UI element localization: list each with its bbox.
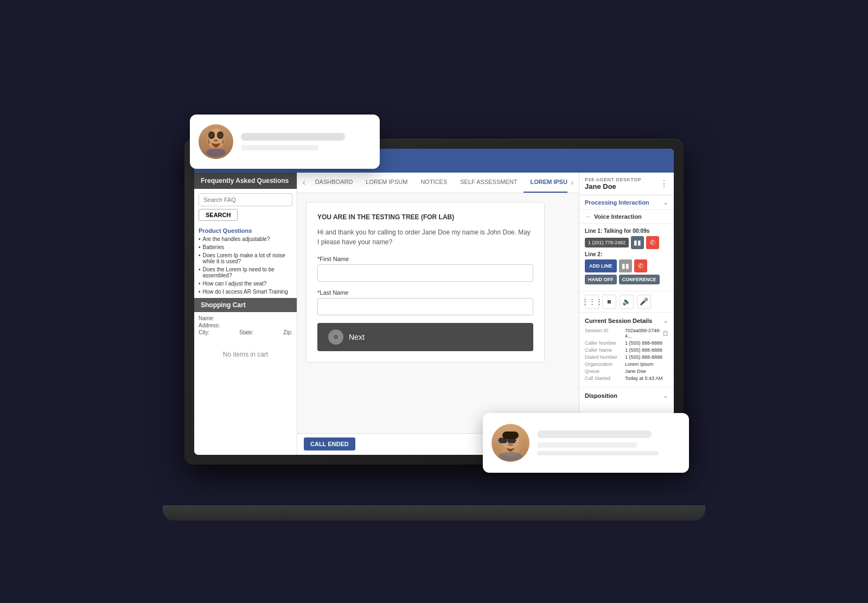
tab-self-assessment[interactable]: SELF ASSESSMENT xyxy=(454,173,524,193)
phone-number: 1 (201) 778-2482 xyxy=(585,238,629,247)
first-name-input[interactable] xyxy=(317,264,533,282)
faq-item[interactable]: How do I access AR Smart Training xyxy=(199,288,292,296)
add-line-button[interactable]: ADD LINE xyxy=(585,259,617,272)
caller-number-key: Caller Number xyxy=(585,340,623,346)
dialed-number-val: 1 (555) 888-8888 xyxy=(625,354,662,360)
faq-search-button[interactable]: SEARCH xyxy=(199,209,238,221)
next-button[interactable]: Next xyxy=(317,323,533,351)
handoff-button[interactable]: HAND OFF xyxy=(585,275,617,284)
pause-button[interactable]: ▮▮ xyxy=(631,236,644,249)
session-id-val: 702aa089-2748-4... 📋 xyxy=(625,328,668,339)
cart-name-label: Name: xyxy=(199,315,214,321)
tab-lorem2[interactable]: LOREM IPSUM xyxy=(524,173,567,193)
disposition-chevron-icon[interactable]: ⌄ xyxy=(663,392,668,399)
svg-point-4 xyxy=(209,132,214,138)
voice-label: Voice Interaction xyxy=(594,213,642,220)
cart-empty: No items in cart xyxy=(194,340,297,369)
icon-controls: ⋮⋮⋮ ■ 🔈 🎤 xyxy=(579,291,674,313)
dialed-number-row: Dialed Number 1 (555) 888-8888 xyxy=(585,354,668,360)
dialpad-icon[interactable]: ⋮⋮⋮ xyxy=(585,295,599,309)
main-content: Frequently Asked Questions SEARCH Produc… xyxy=(194,173,674,455)
mic-icon[interactable]: 🎤 xyxy=(637,295,651,309)
faq-category: Product Questions xyxy=(194,225,297,235)
copy-icon[interactable]: 📋 xyxy=(662,331,668,336)
processing-label: Processing Interaction xyxy=(585,199,649,206)
handoff-conference-controls: HAND OFF CONFERENCE xyxy=(585,275,668,284)
faq-item[interactable]: Batteries xyxy=(199,243,292,251)
faq-item[interactable]: Are the handles adjustable? xyxy=(199,235,292,243)
right-panel-app-name: P28 AGENT DESKTOP xyxy=(585,177,641,182)
next-arrow-icon xyxy=(332,333,340,341)
sidebar: Frequently Asked Questions SEARCH Produc… xyxy=(194,173,297,455)
cart-state-label: State: xyxy=(239,329,253,335)
ivr-content: YOU ARE IN THE TESTING TREE (FOR LAB) Hi… xyxy=(297,193,579,433)
faq-search-area: SEARCH xyxy=(194,189,297,225)
conference-button[interactable]: CONFERENCE xyxy=(619,275,660,284)
tab-dashboard[interactable]: DASHBOARD xyxy=(309,173,360,193)
tab-bar: ‹ DASHBOARD LOREM IPSUM NOTICES SELF ASS… xyxy=(297,173,579,193)
floating-card-top xyxy=(190,115,380,169)
faq-item[interactable]: Does the Lorem Ip need to be assembled? xyxy=(199,265,292,280)
right-panel: P28 AGENT DESKTOP Jane Doe ⋮ Processing … xyxy=(579,173,674,455)
call-ended-button[interactable]: CALL ENDED xyxy=(304,437,355,450)
svg-point-5 xyxy=(218,132,222,138)
card-line-1 xyxy=(241,133,345,141)
volume-icon[interactable]: 🔈 xyxy=(620,295,634,309)
dots-menu[interactable]: ⋮ xyxy=(660,179,668,189)
faq-item[interactable]: Does Lorem Ip make a lot of noise while … xyxy=(199,251,292,265)
cart-form: Name: Address: City: State: Zip: xyxy=(194,312,297,340)
pause2-button[interactable]: ▮▮ xyxy=(619,259,632,272)
laptop-screen: ☰ P28 Agent Desktop Frequently Asked Que… xyxy=(194,149,674,455)
queue-row: Queue Jane Doe xyxy=(585,369,668,374)
caller-name-key: Caller Name xyxy=(585,347,623,353)
avatar-2 xyxy=(492,424,529,462)
tab-right-arrow[interactable]: › xyxy=(567,178,577,187)
ivr-card: YOU ARE IN THE TESTING TREE (FOR LAB) Hi… xyxy=(306,202,545,363)
ivr-greeting: Hi and thank you for calling to order Ja… xyxy=(317,227,533,247)
center-panel: ‹ DASHBOARD LOREM IPSUM NOTICES SELF ASS… xyxy=(297,173,579,455)
next-label: Next xyxy=(349,333,365,341)
cart-address-label: Address: xyxy=(199,322,220,328)
queue-val: Jane Doe xyxy=(625,369,646,374)
stop-icon[interactable]: ■ xyxy=(602,295,616,309)
queue-key: Queue xyxy=(585,369,623,374)
tab-notices[interactable]: NOTICES xyxy=(414,173,454,193)
next-icon xyxy=(328,329,343,345)
tab-lorem1[interactable]: LOREM IPSUM xyxy=(359,173,414,193)
chevron-down-icon[interactable]: ⌄ xyxy=(663,199,668,206)
laptop-base xyxy=(163,505,705,521)
svg-point-19 xyxy=(499,452,522,461)
avatar-1 xyxy=(199,124,233,159)
last-name-input[interactable] xyxy=(317,298,533,315)
organization-val: Lorem Ipsum xyxy=(625,361,654,367)
svg-rect-18 xyxy=(502,431,519,439)
session-chevron-icon[interactable]: ⌄ xyxy=(663,317,668,325)
right-panel-header-row: P28 AGENT DESKTOP Jane Doe ⋮ xyxy=(585,177,668,191)
session-title: Current Session Details xyxy=(585,318,652,324)
disposition-label: Disposition xyxy=(585,392,617,399)
dialed-number-key: Dialed Number xyxy=(585,354,623,360)
faq-item[interactable]: How can I adjust the seat? xyxy=(199,280,292,288)
call-started-key: Call Started xyxy=(585,376,623,381)
caller-number-row: Caller Number 1 (555) 888-8888 xyxy=(585,340,668,346)
cart-zip-label: Zip: xyxy=(283,329,292,335)
faq-search-input[interactable] xyxy=(199,193,292,206)
tab-bar-nav: DASHBOARD LOREM IPSUM NOTICES SELF ASSES… xyxy=(309,173,568,193)
floating-card-bottom xyxy=(483,413,689,473)
main-ui: ☰ P28 Agent Desktop Frequently Asked Que… xyxy=(194,149,674,455)
tab-left-arrow[interactable]: ‹ xyxy=(299,178,309,187)
card-line-2 xyxy=(241,145,319,150)
call-started-row: Call Started Today at 5:43 AM xyxy=(585,376,668,381)
faq-items: Are the handles adjustable? Batteries Do… xyxy=(194,235,297,296)
session-title-row: Current Session Details ⌄ xyxy=(585,317,668,325)
svg-point-17 xyxy=(508,443,513,446)
organization-row: Organization Lorem Ipsum xyxy=(585,361,668,367)
call-started-val: Today at 5:43 AM xyxy=(625,376,663,381)
last-name-label: *Last Name xyxy=(317,289,533,296)
end2-button[interactable]: ✆ xyxy=(634,259,647,272)
disposition-row: Disposition ⌄ xyxy=(579,387,674,404)
session-id-key: Session ID xyxy=(585,328,623,339)
right-panel-info: P28 AGENT DESKTOP Jane Doe xyxy=(585,177,641,191)
arrow-right-icon: → xyxy=(585,213,591,220)
end-call-button[interactable]: ✆ xyxy=(646,236,659,249)
